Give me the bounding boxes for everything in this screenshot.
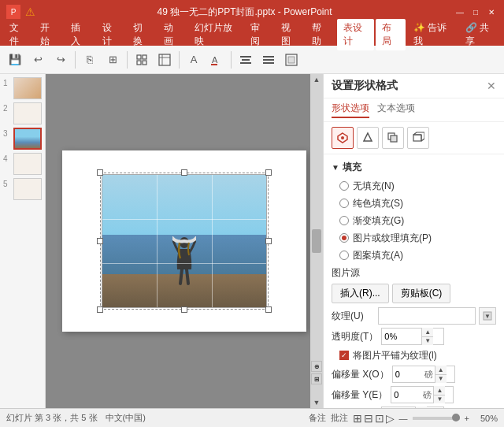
slide-img-4[interactable] bbox=[13, 153, 42, 175]
solid-fill-radio[interactable] bbox=[339, 199, 349, 208]
close-button[interactable]: ✕ bbox=[485, 6, 498, 18]
pattern-fill-radio[interactable] bbox=[339, 251, 349, 260]
menu-design[interactable]: 设计 bbox=[96, 19, 125, 50]
gradient-fill-radio[interactable] bbox=[339, 216, 349, 225]
icon-3d-btn[interactable] bbox=[407, 127, 429, 149]
slide-thumb-4[interactable]: 4 bbox=[3, 153, 42, 175]
view-slide-sorter[interactable]: ⊟ bbox=[364, 412, 373, 425]
transparency-down[interactable]: ▼ bbox=[422, 337, 433, 346]
align-btn1[interactable] bbox=[235, 50, 256, 70]
handle-ml[interactable] bbox=[97, 238, 103, 244]
handle-tl[interactable] bbox=[97, 169, 103, 176]
menu-help[interactable]: 帮助 bbox=[306, 19, 335, 50]
slide-thumb-5[interactable]: 5 bbox=[3, 178, 42, 200]
undo-btn[interactable]: ↩ bbox=[28, 50, 48, 70]
handle-br[interactable] bbox=[265, 306, 272, 313]
maximize-button[interactable]: □ bbox=[469, 6, 482, 18]
clipboard-btn[interactable]: 剪贴板(C) bbox=[392, 284, 451, 303]
offset-y-down[interactable]: ▼ bbox=[434, 395, 445, 404]
quick-style-btn[interactable]: A bbox=[206, 50, 227, 70]
notes-btn[interactable]: 备注 bbox=[309, 412, 326, 424]
zoom-fit-btn[interactable]: ⊕ bbox=[311, 361, 322, 372]
offset-y-field[interactable]: 磅 ▲ ▼ bbox=[391, 386, 454, 403]
zoom-plus-btn[interactable]: + bbox=[465, 414, 469, 423]
scroll-down-btn[interactable]: ▼ bbox=[313, 399, 321, 407]
no-fill-radio[interactable] bbox=[339, 181, 349, 191]
text-btn[interactable]: A bbox=[183, 50, 204, 70]
scroll-thumb[interactable] bbox=[312, 229, 321, 253]
scroll-up-btn[interactable]: ▲ bbox=[313, 76, 321, 84]
view-reading[interactable]: ⊡ bbox=[375, 412, 384, 425]
menu-file[interactable]: 文件 bbox=[3, 19, 32, 50]
offset-x-input[interactable] bbox=[393, 366, 423, 382]
slide-img-5[interactable] bbox=[13, 178, 42, 200]
scale-x-field[interactable]: ▲ ▼ bbox=[381, 407, 444, 408]
redo-btn[interactable]: ↪ bbox=[50, 50, 71, 70]
offset-x-down[interactable]: ▼ bbox=[435, 375, 447, 384]
icon-shadow-btn[interactable] bbox=[382, 127, 404, 149]
handle-bl[interactable] bbox=[97, 306, 103, 313]
icon-fill-btn[interactable] bbox=[332, 127, 354, 149]
menu-insert[interactable]: 插入 bbox=[65, 19, 94, 50]
format-btn[interactable]: ⊞ bbox=[102, 50, 123, 70]
slide-img-1[interactable] bbox=[13, 77, 42, 99]
gradient-fill-row[interactable]: 渐变填充(G) bbox=[324, 212, 504, 229]
tile-row[interactable]: ✓将图片平铺为纹理(l) bbox=[324, 347, 504, 364]
menu-layout[interactable]: 布局 bbox=[376, 19, 405, 50]
comments-btn[interactable]: 批注 bbox=[331, 412, 348, 424]
menu-transition[interactable]: 切换 bbox=[127, 19, 156, 50]
menu-view[interactable]: 视图 bbox=[275, 19, 304, 50]
menu-table-design[interactable]: 表设计 bbox=[337, 19, 375, 50]
menu-tell-me[interactable]: ✨ 告诉我 bbox=[407, 19, 458, 50]
zoom-minus-btn[interactable]: — bbox=[399, 414, 408, 423]
solid-fill-row[interactable]: 纯色填充(S) bbox=[324, 195, 504, 212]
scale-x-input[interactable] bbox=[382, 407, 415, 408]
margin-btn[interactable] bbox=[281, 50, 302, 70]
image-frame[interactable] bbox=[102, 174, 267, 308]
shape-btn2[interactable] bbox=[154, 50, 175, 70]
menu-share[interactable]: 🔗 共享 bbox=[459, 19, 501, 50]
transparency-field[interactable]: ▲ ▼ bbox=[381, 328, 444, 345]
no-fill-row[interactable]: 无填充(N) bbox=[324, 177, 504, 195]
picture-fill-radio[interactable] bbox=[339, 233, 349, 243]
transparency-up[interactable]: ▲ bbox=[422, 328, 433, 336]
tile-checkbox[interactable]: ✓ bbox=[339, 351, 349, 360]
align-btn2[interactable] bbox=[258, 50, 279, 70]
slide-thumb-3[interactable]: 3 bbox=[3, 128, 42, 150]
slide-thumb-1[interactable]: 1 bbox=[3, 77, 42, 99]
tab-shape-options[interactable]: 形状选项 bbox=[332, 102, 369, 118]
view-slideshow[interactable]: ▷ bbox=[386, 412, 395, 425]
texture-color-btn[interactable]: ▼ bbox=[479, 307, 496, 325]
menu-review[interactable]: 审阅 bbox=[244, 19, 273, 50]
texture-input[interactable] bbox=[378, 307, 476, 325]
offset-x-up[interactable]: ▲ bbox=[435, 366, 447, 374]
icon-shape-btn[interactable] bbox=[357, 127, 379, 149]
menu-home[interactable]: 开始 bbox=[34, 19, 63, 50]
slide-img-2[interactable] bbox=[13, 102, 42, 124]
offset-y-up[interactable]: ▲ bbox=[434, 386, 445, 395]
slide-img-3[interactable] bbox=[13, 128, 42, 150]
slide-thumb-2[interactable]: 2 bbox=[3, 102, 42, 124]
picture-fill-row[interactable]: 图片或纹理填充(P) bbox=[324, 229, 504, 247]
insert-btn[interactable]: 插入(R)... bbox=[332, 284, 389, 303]
handle-mr[interactable] bbox=[265, 238, 272, 244]
zoom-fill-btn[interactable]: ⊞ bbox=[311, 373, 322, 384]
handle-tm[interactable] bbox=[181, 169, 187, 176]
panel-close-btn[interactable]: ✕ bbox=[487, 80, 496, 92]
transparency-input[interactable] bbox=[382, 329, 421, 344]
zoom-level[interactable]: 50% bbox=[474, 414, 498, 423]
menu-slideshow[interactable]: 幻灯片放映 bbox=[188, 19, 243, 50]
shape-btn1[interactable] bbox=[132, 50, 152, 70]
view-normal[interactable]: ⊞ bbox=[353, 412, 362, 425]
copy-btn[interactable]: ⎘ bbox=[80, 50, 100, 70]
fill-section-header[interactable]: ▼ 填充 bbox=[324, 158, 504, 177]
scale-x-up[interactable]: ▲ bbox=[416, 407, 427, 408]
save-btn[interactable]: 💾 bbox=[5, 50, 25, 70]
handle-tr[interactable] bbox=[265, 169, 272, 176]
tab-text-options[interactable]: 文本选项 bbox=[377, 102, 415, 118]
offset-y-input[interactable] bbox=[391, 387, 421, 403]
scroll-bar-vertical[interactable]: ▲ ▼ bbox=[310, 74, 323, 408]
pattern-fill-row[interactable]: 图案填充(A) bbox=[324, 247, 504, 264]
handle-bm[interactable] bbox=[181, 306, 187, 313]
offset-x-field[interactable]: 磅 ▲ ▼ bbox=[392, 366, 455, 383]
